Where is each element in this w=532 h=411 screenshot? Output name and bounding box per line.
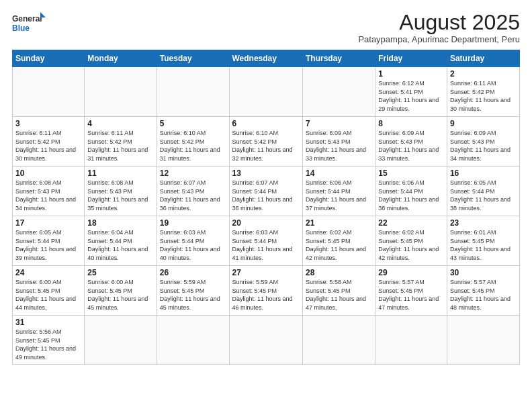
- calendar-cell: 30Sunrise: 5:57 AM Sunset: 5:45 PM Dayli…: [447, 266, 519, 316]
- day-info: Sunrise: 5:56 AM Sunset: 5:45 PM Dayligh…: [15, 328, 81, 361]
- calendar-cell: 23Sunrise: 6:01 AM Sunset: 5:45 PM Dayli…: [447, 216, 519, 266]
- day-number: 6: [232, 119, 300, 128]
- calendar-cell: 12Sunrise: 6:07 AM Sunset: 5:43 PM Dayli…: [157, 167, 229, 216]
- calendar-cell: 26Sunrise: 5:59 AM Sunset: 5:45 PM Dayli…: [157, 266, 229, 316]
- day-info: Sunrise: 6:07 AM Sunset: 5:44 PM Dayligh…: [232, 179, 300, 212]
- day-number: 23: [450, 218, 517, 228]
- day-info: Sunrise: 6:03 AM Sunset: 5:44 PM Dayligh…: [160, 228, 226, 262]
- day-info: Sunrise: 6:01 AM Sunset: 5:45 PM Dayligh…: [450, 228, 517, 262]
- calendar-cell: 5Sunrise: 6:10 AM Sunset: 5:42 PM Daylig…: [157, 117, 229, 167]
- day-number: 25: [87, 268, 153, 277]
- calendar-cell: 3Sunrise: 6:11 AM Sunset: 5:42 PM Daylig…: [13, 117, 85, 167]
- header: General Blue August 2025 Pataypampa, Apu…: [12, 11, 520, 44]
- subtitle: Pataypampa, Apurimac Department, Peru: [358, 34, 520, 44]
- day-number: 26: [160, 268, 226, 277]
- calendar-week-3: 10Sunrise: 6:08 AM Sunset: 5:43 PM Dayli…: [13, 167, 520, 216]
- calendar-cell: 16Sunrise: 6:05 AM Sunset: 5:44 PM Dayli…: [447, 167, 519, 216]
- svg-text:Blue: Blue: [12, 24, 30, 33]
- col-header-thursday: Thursday: [302, 50, 375, 67]
- day-info: Sunrise: 6:06 AM Sunset: 5:44 PM Dayligh…: [306, 179, 372, 212]
- calendar-week-4: 17Sunrise: 6:05 AM Sunset: 5:44 PM Dayli…: [13, 216, 520, 266]
- day-number: 4: [87, 119, 153, 128]
- day-number: 11: [87, 169, 153, 178]
- calendar-cell: 2Sunrise: 6:11 AM Sunset: 5:42 PM Daylig…: [447, 67, 519, 117]
- calendar-cell: 10Sunrise: 6:08 AM Sunset: 5:43 PM Dayli…: [13, 167, 85, 216]
- day-info: Sunrise: 6:11 AM Sunset: 5:42 PM Dayligh…: [450, 79, 517, 113]
- col-header-wednesday: Wednesday: [229, 50, 302, 67]
- day-info: Sunrise: 6:12 AM Sunset: 5:41 PM Dayligh…: [378, 79, 444, 113]
- day-info: Sunrise: 5:59 AM Sunset: 5:45 PM Dayligh…: [232, 278, 300, 312]
- calendar-cell: 21Sunrise: 6:02 AM Sunset: 5:45 PM Dayli…: [302, 216, 375, 266]
- calendar-cell: 14Sunrise: 6:06 AM Sunset: 5:44 PM Dayli…: [302, 167, 375, 216]
- day-info: Sunrise: 6:07 AM Sunset: 5:43 PM Dayligh…: [160, 179, 226, 212]
- calendar-cell: [85, 67, 157, 117]
- calendar-header-row: SundayMondayTuesdayWednesdayThursdayFrid…: [13, 50, 520, 67]
- day-info: Sunrise: 6:02 AM Sunset: 5:45 PM Dayligh…: [378, 228, 444, 262]
- day-info: Sunrise: 5:59 AM Sunset: 5:45 PM Dayligh…: [160, 278, 226, 312]
- calendar-cell: [85, 316, 157, 364]
- day-info: Sunrise: 5:57 AM Sunset: 5:45 PM Dayligh…: [378, 278, 444, 312]
- day-number: 28: [306, 268, 372, 277]
- day-info: Sunrise: 6:11 AM Sunset: 5:42 PM Dayligh…: [87, 129, 153, 163]
- calendar: SundayMondayTuesdayWednesdayThursdayFrid…: [12, 50, 520, 364]
- calendar-cell: [229, 316, 302, 364]
- calendar-cell: 9Sunrise: 6:09 AM Sunset: 5:43 PM Daylig…: [447, 117, 519, 167]
- day-number: 12: [160, 169, 226, 178]
- day-info: Sunrise: 5:58 AM Sunset: 5:45 PM Dayligh…: [306, 278, 372, 312]
- day-number: 1: [378, 69, 444, 79]
- calendar-cell: [157, 67, 229, 117]
- calendar-cell: 13Sunrise: 6:07 AM Sunset: 5:44 PM Dayli…: [229, 167, 302, 216]
- day-info: Sunrise: 6:02 AM Sunset: 5:45 PM Dayligh…: [306, 228, 372, 262]
- day-number: 19: [160, 218, 226, 228]
- calendar-cell: 20Sunrise: 6:03 AM Sunset: 5:44 PM Dayli…: [229, 216, 302, 266]
- day-info: Sunrise: 6:03 AM Sunset: 5:44 PM Dayligh…: [232, 228, 300, 262]
- calendar-cell: 15Sunrise: 6:06 AM Sunset: 5:44 PM Dayli…: [375, 167, 447, 216]
- col-header-monday: Monday: [85, 50, 157, 67]
- day-info: Sunrise: 6:10 AM Sunset: 5:42 PM Dayligh…: [160, 129, 226, 163]
- day-number: 20: [232, 218, 300, 228]
- day-number: 31: [15, 318, 81, 327]
- calendar-week-2: 3Sunrise: 6:11 AM Sunset: 5:42 PM Daylig…: [13, 117, 520, 167]
- day-info: Sunrise: 6:09 AM Sunset: 5:43 PM Dayligh…: [378, 129, 444, 163]
- calendar-cell: 31Sunrise: 5:56 AM Sunset: 5:45 PM Dayli…: [13, 316, 85, 364]
- calendar-cell: [302, 67, 375, 117]
- day-number: 2: [450, 69, 517, 79]
- page: General Blue August 2025 Pataypampa, Apu…: [0, 0, 532, 411]
- day-info: Sunrise: 5:57 AM Sunset: 5:45 PM Dayligh…: [450, 278, 517, 312]
- day-info: Sunrise: 6:06 AM Sunset: 5:44 PM Dayligh…: [378, 179, 444, 212]
- day-number: 29: [378, 268, 444, 277]
- calendar-cell: 1Sunrise: 6:12 AM Sunset: 5:41 PM Daylig…: [375, 67, 447, 117]
- day-info: Sunrise: 6:04 AM Sunset: 5:44 PM Dayligh…: [87, 228, 153, 262]
- calendar-cell: [229, 67, 302, 117]
- calendar-cell: 29Sunrise: 5:57 AM Sunset: 5:45 PM Dayli…: [375, 266, 447, 316]
- day-info: Sunrise: 6:11 AM Sunset: 5:42 PM Dayligh…: [15, 129, 81, 163]
- day-info: Sunrise: 6:00 AM Sunset: 5:45 PM Dayligh…: [87, 278, 153, 312]
- col-header-friday: Friday: [375, 50, 447, 67]
- calendar-week-1: 1Sunrise: 6:12 AM Sunset: 5:41 PM Daylig…: [13, 67, 520, 117]
- calendar-week-5: 24Sunrise: 6:00 AM Sunset: 5:45 PM Dayli…: [13, 266, 520, 316]
- calendar-cell: [13, 67, 85, 117]
- day-info: Sunrise: 6:08 AM Sunset: 5:43 PM Dayligh…: [87, 179, 153, 212]
- day-number: 9: [450, 119, 517, 128]
- day-info: Sunrise: 6:05 AM Sunset: 5:44 PM Dayligh…: [15, 228, 81, 262]
- calendar-cell: 6Sunrise: 6:10 AM Sunset: 5:42 PM Daylig…: [229, 117, 302, 167]
- main-title: August 2025: [358, 11, 520, 34]
- col-header-sunday: Sunday: [13, 50, 85, 67]
- calendar-cell: [447, 316, 519, 364]
- day-number: 5: [160, 119, 226, 128]
- day-number: 3: [15, 119, 81, 128]
- day-number: 13: [232, 169, 300, 178]
- calendar-cell: 18Sunrise: 6:04 AM Sunset: 5:44 PM Dayli…: [85, 216, 157, 266]
- day-number: 24: [15, 268, 81, 277]
- svg-text:General: General: [12, 14, 42, 24]
- day-info: Sunrise: 6:05 AM Sunset: 5:44 PM Dayligh…: [450, 179, 517, 212]
- day-number: 8: [378, 119, 444, 128]
- calendar-cell: [302, 316, 375, 364]
- col-header-tuesday: Tuesday: [157, 50, 229, 67]
- calendar-cell: 4Sunrise: 6:11 AM Sunset: 5:42 PM Daylig…: [85, 117, 157, 167]
- calendar-cell: 24Sunrise: 6:00 AM Sunset: 5:45 PM Dayli…: [13, 266, 85, 316]
- day-info: Sunrise: 6:09 AM Sunset: 5:43 PM Dayligh…: [306, 129, 372, 163]
- col-header-saturday: Saturday: [447, 50, 519, 67]
- day-number: 15: [378, 169, 444, 178]
- day-number: 21: [306, 218, 372, 228]
